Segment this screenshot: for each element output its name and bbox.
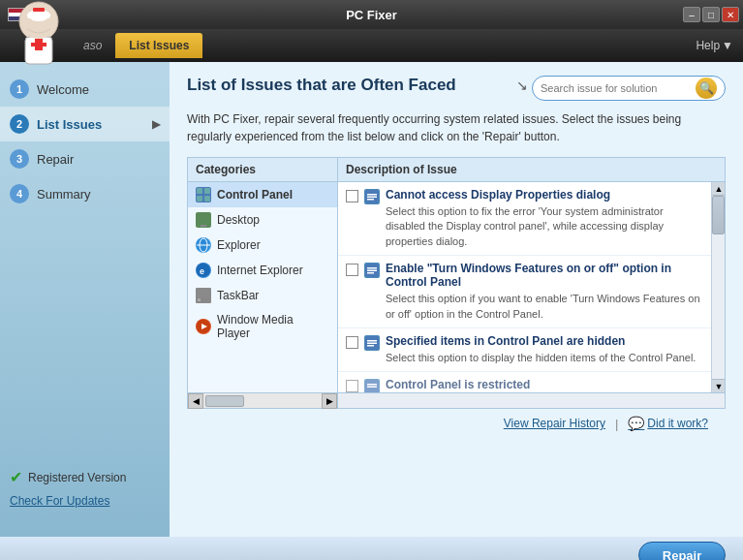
categories-panel: Categories Control Panel Des (188, 158, 338, 392)
issue-3-text: Specified items in Control Panel are hid… (386, 334, 703, 365)
nurse-icon (8, 0, 70, 72)
action-bar: Repair (0, 537, 743, 560)
nav-bar: aso List Issues Help ▼ (0, 29, 743, 62)
issues-list: Cannot access Display Properties dialog … (338, 182, 711, 392)
issue-1-checkbox[interactable] (346, 190, 358, 202)
svg-rect-3 (31, 43, 46, 47)
svg-rect-14 (201, 225, 206, 227)
nav-logo: aso (83, 39, 102, 52)
desktop-icon (196, 212, 211, 228)
step-4-num: 4 (10, 184, 29, 203)
search-box[interactable]: 🔍 (532, 76, 726, 101)
sidebar-item-list-issues[interactable]: 2 List Issues ▶ (0, 107, 170, 141)
issue-item: Enable "Turn Windows Features on or off"… (338, 256, 711, 328)
issues-scrollbar[interactable]: ▲ ▼ (711, 182, 725, 392)
search-arrow-indicator: ↘ (516, 78, 528, 93)
maximize-button[interactable]: □ (702, 7, 720, 22)
issue-4-icon (364, 379, 380, 392)
issues-header: Description of Issue (338, 158, 725, 182)
title-bar: ▼ PC Fixer – □ ✕ (0, 0, 743, 29)
h-scroll-left[interactable]: ◀ (188, 393, 203, 409)
svg-point-8 (45, 18, 52, 28)
svg-rect-6 (33, 8, 45, 12)
category-taskbar[interactable]: TaskBar (188, 283, 337, 308)
issue-item: Specified items in Control Panel are hid… (338, 328, 711, 372)
svg-rect-21 (198, 298, 201, 301)
issue-3-checkbox[interactable] (346, 336, 358, 349)
category-wmp[interactable]: Window Media Player (188, 308, 337, 345)
issue-item: Control Panel is restricted (338, 372, 711, 392)
sidebar-item-repair[interactable]: 3 Repair (0, 141, 170, 176)
issue-4-text: Control Panel is restricted (386, 378, 703, 392)
h-scroll-right[interactable]: ▶ (322, 393, 337, 409)
wmp-icon (196, 319, 211, 334)
did-it-work-link[interactable]: 💬 Did it work? (628, 416, 708, 431)
svg-rect-31 (367, 272, 374, 274)
registered-badge: ✔ Registered Version (10, 468, 160, 486)
svg-rect-12 (204, 196, 210, 202)
scroll-track (712, 196, 725, 379)
svg-rect-13 (197, 214, 210, 224)
close-button[interactable]: ✕ (722, 7, 739, 22)
control-panel-icon (196, 187, 211, 202)
content-area: List of Issues that are Often Faced ↘ 🔍 … (170, 62, 743, 537)
svg-rect-36 (365, 380, 379, 392)
check-updates-link[interactable]: Check For Updates (10, 494, 160, 508)
issue-2-text: Enable "Turn Windows Features on or off"… (386, 262, 703, 322)
sidebar: 1 Welcome 2 List Issues ▶ 3 Repair 4 Sum… (0, 62, 170, 537)
svg-point-7 (25, 18, 33, 28)
bottom-bar: View Repair History | 💬 Did it work? (187, 409, 726, 438)
search-button[interactable]: 🔍 (696, 78, 717, 99)
categories-header: Categories (188, 158, 337, 182)
active-arrow: ▶ (152, 118, 160, 131)
issue-4-checkbox[interactable] (346, 380, 358, 392)
category-desktop[interactable]: Desktop (188, 207, 337, 233)
category-explorer[interactable]: Explorer (188, 233, 337, 258)
svg-rect-35 (367, 345, 374, 347)
search-input[interactable] (541, 82, 692, 94)
svg-rect-29 (367, 267, 377, 269)
content-title: List of Issues that are Often Faced (187, 76, 516, 95)
category-control-panel[interactable]: Control Panel (188, 182, 337, 207)
ie-icon: e (196, 263, 211, 278)
step-3-num: 3 (10, 149, 29, 169)
issue-1-text: Cannot access Display Properties dialog … (386, 188, 703, 249)
svg-rect-11 (197, 196, 202, 202)
svg-rect-34 (367, 342, 377, 344)
issue-3-icon (364, 335, 380, 351)
explorer-icon (196, 237, 211, 253)
scroll-up-arrow[interactable]: ▲ (712, 182, 725, 196)
svg-rect-33 (367, 340, 377, 342)
taskbar-icon (196, 288, 211, 303)
list-issues-tab[interactable]: List Issues (115, 33, 202, 58)
scroll-down-arrow[interactable]: ▼ (712, 379, 725, 392)
window-title: PC Fixer (346, 8, 397, 22)
issue-2-checkbox[interactable] (346, 264, 358, 276)
category-internet-explorer[interactable]: e Internet Explorer (188, 258, 337, 283)
repair-button[interactable]: Repair (638, 542, 726, 560)
step-2-num: 2 (10, 114, 29, 134)
svg-rect-10 (204, 188, 210, 194)
svg-rect-37 (367, 384, 377, 386)
panels-container: Categories Control Panel Des (187, 157, 726, 409)
sidebar-item-summary[interactable]: 4 Summary (0, 176, 170, 211)
scroll-thumb[interactable] (712, 196, 725, 234)
svg-rect-26 (367, 197, 377, 199)
main-layout: 1 Welcome 2 List Issues ▶ 3 Repair 4 Sum… (0, 62, 743, 537)
content-description: With PC Fixer, repair several frequently… (187, 110, 726, 145)
help-button[interactable]: Help ▼ (696, 39, 733, 52)
sidebar-item-welcome[interactable]: 1 Welcome (0, 72, 170, 107)
svg-rect-9 (197, 188, 202, 194)
svg-text:e: e (200, 266, 204, 276)
svg-rect-38 (367, 387, 377, 389)
issue-2-icon (364, 263, 380, 278)
issues-panel: Description of Issue Cannot access Displ (338, 158, 725, 392)
panels-inner: Categories Control Panel Des (188, 158, 725, 392)
content-header: List of Issues that are Often Faced ↘ 🔍 (187, 76, 726, 101)
step-1-num: 1 (10, 79, 29, 99)
window-controls: – □ ✕ (683, 7, 739, 22)
view-repair-history-link[interactable]: View Repair History (504, 417, 605, 430)
minimize-button[interactable]: – (683, 7, 700, 22)
horizontal-scrollbar: ◀ ▶ (188, 392, 725, 408)
issue-item: Cannot access Display Properties dialog … (338, 182, 711, 256)
